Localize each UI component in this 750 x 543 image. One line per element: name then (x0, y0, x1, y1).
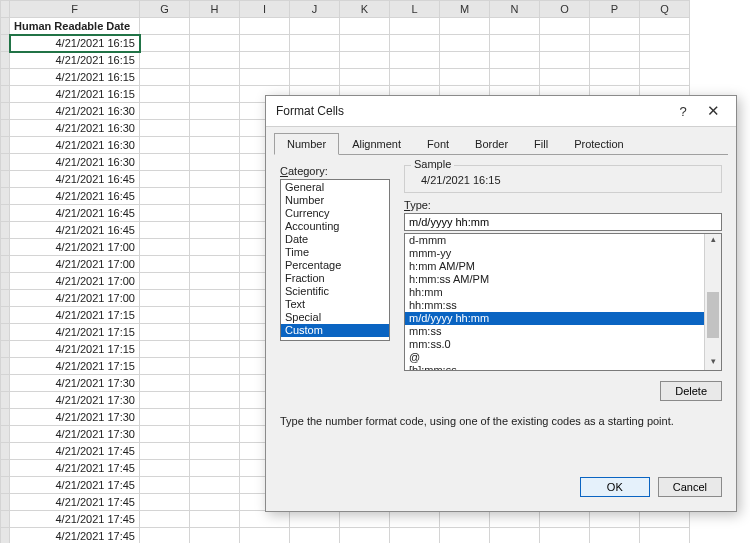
type-option[interactable]: d-mmm (405, 234, 705, 247)
cell[interactable]: 4/21/2021 16:30 (10, 137, 140, 154)
category-number[interactable]: Number (281, 194, 389, 207)
cell[interactable]: 4/21/2021 17:30 (10, 375, 140, 392)
type-option[interactable]: hh:mm (405, 286, 705, 299)
cell[interactable] (340, 35, 390, 52)
column-header-O[interactable]: O (540, 1, 590, 18)
cell[interactable] (140, 494, 190, 511)
cell[interactable] (440, 69, 490, 86)
type-option[interactable]: @ (405, 351, 705, 364)
column-header-K[interactable]: K (340, 1, 390, 18)
type-input[interactable] (404, 213, 722, 231)
column-header-H[interactable]: H (190, 1, 240, 18)
type-option[interactable]: mmm-yy (405, 247, 705, 260)
cell[interactable] (140, 443, 190, 460)
cancel-button[interactable]: Cancel (658, 477, 722, 497)
cell[interactable] (190, 35, 240, 52)
cell[interactable] (340, 528, 390, 544)
cell[interactable] (540, 69, 590, 86)
cell[interactable] (140, 460, 190, 477)
help-icon[interactable]: ? (668, 104, 698, 119)
cell[interactable] (240, 528, 290, 544)
selected-cell[interactable]: 4/21/2021 16:15 (10, 35, 140, 52)
scrollbar[interactable]: ▴ ▾ (704, 234, 721, 370)
tab-font[interactable]: Font (414, 133, 462, 155)
cell[interactable] (140, 409, 190, 426)
cell[interactable]: 4/21/2021 17:15 (10, 341, 140, 358)
cell[interactable]: 4/21/2021 16:30 (10, 103, 140, 120)
cell[interactable] (140, 86, 190, 103)
cell[interactable] (540, 528, 590, 544)
cell[interactable] (390, 35, 440, 52)
category-accounting[interactable]: Accounting (281, 220, 389, 233)
category-percentage[interactable]: Percentage (281, 259, 389, 272)
cell[interactable] (190, 307, 240, 324)
cell[interactable] (590, 35, 640, 52)
category-currency[interactable]: Currency (281, 207, 389, 220)
cell[interactable]: 4/21/2021 16:45 (10, 188, 140, 205)
type-option[interactable]: m/d/yyyy hh:mm (405, 312, 705, 325)
tab-protection[interactable]: Protection (561, 133, 637, 155)
cell[interactable] (190, 69, 240, 86)
cell[interactable]: 4/21/2021 16:45 (10, 171, 140, 188)
cell[interactable] (140, 103, 190, 120)
cell[interactable] (140, 511, 190, 528)
row-header[interactable] (1, 171, 10, 188)
row-header[interactable] (1, 324, 10, 341)
cell[interactable] (140, 154, 190, 171)
cell[interactable] (190, 494, 240, 511)
cell[interactable] (240, 511, 290, 528)
cell[interactable] (640, 52, 690, 69)
row-header[interactable] (1, 222, 10, 239)
tab-fill[interactable]: Fill (521, 133, 561, 155)
row-header[interactable] (1, 256, 10, 273)
row-header[interactable] (1, 137, 10, 154)
row-header[interactable] (1, 528, 10, 544)
category-list[interactable]: GeneralNumberCurrencyAccountingDateTimeP… (280, 179, 390, 341)
scroll-up-icon[interactable]: ▴ (705, 234, 721, 248)
cell[interactable] (490, 35, 540, 52)
cell[interactable] (340, 18, 390, 35)
cell[interactable] (390, 528, 440, 544)
cell[interactable] (140, 52, 190, 69)
cell[interactable]: 4/21/2021 17:30 (10, 392, 140, 409)
cell[interactable] (540, 18, 590, 35)
column-header-L[interactable]: L (390, 1, 440, 18)
cell[interactable] (140, 120, 190, 137)
cell[interactable] (140, 256, 190, 273)
category-general[interactable]: General (281, 181, 389, 194)
row-header[interactable] (1, 511, 10, 528)
cell[interactable]: 4/21/2021 17:00 (10, 256, 140, 273)
cell[interactable] (640, 18, 690, 35)
cell[interactable]: 4/21/2021 17:15 (10, 307, 140, 324)
cell[interactable]: 4/21/2021 17:00 (10, 273, 140, 290)
cell[interactable] (240, 18, 290, 35)
cell[interactable] (190, 103, 240, 120)
cell[interactable] (290, 69, 340, 86)
cell[interactable]: 4/21/2021 16:30 (10, 154, 140, 171)
cell[interactable] (190, 341, 240, 358)
cell[interactable] (190, 426, 240, 443)
cell[interactable] (640, 69, 690, 86)
cell[interactable] (190, 511, 240, 528)
cell[interactable]: 4/21/2021 17:45 (10, 494, 140, 511)
cell[interactable] (140, 324, 190, 341)
cell[interactable] (140, 18, 190, 35)
column-header-F[interactable]: F (10, 1, 140, 18)
cell[interactable] (190, 375, 240, 392)
cell[interactable] (140, 171, 190, 188)
column-header-Q[interactable]: Q (640, 1, 690, 18)
row-header[interactable] (1, 443, 10, 460)
cell[interactable] (190, 137, 240, 154)
cell[interactable]: 4/21/2021 16:15 (10, 69, 140, 86)
row-header[interactable] (1, 205, 10, 222)
cell[interactable] (190, 460, 240, 477)
row-header[interactable] (1, 52, 10, 69)
cell[interactable] (540, 52, 590, 69)
cell[interactable] (490, 528, 540, 544)
row-header[interactable] (1, 273, 10, 290)
cell[interactable] (140, 358, 190, 375)
row-header[interactable] (1, 188, 10, 205)
cell[interactable] (390, 69, 440, 86)
type-options-list[interactable]: d-mmmmmm-yyh:mm AM/PMh:mm:ss AM/PMhh:mmh… (404, 233, 722, 371)
row-header[interactable] (1, 477, 10, 494)
